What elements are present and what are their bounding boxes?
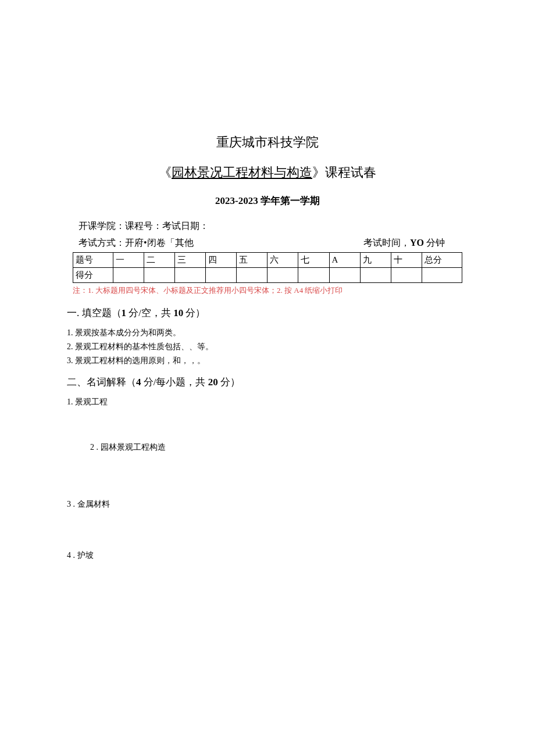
s2-suffix: 分） (218, 377, 240, 388)
col-2: 二 (144, 253, 175, 268)
score-10 (391, 268, 422, 283)
col-7: 七 (298, 253, 329, 268)
s2-q4: 4 . 护坡 (67, 550, 468, 561)
col-4: 四 (206, 253, 237, 268)
print-note: 注：1. 大标题用四号宋体、小标题及正文推荐用小四号宋体；2. 按 A4 纸缩小… (67, 285, 468, 296)
col-6: 六 (268, 253, 298, 268)
s1-q3: 3. 景观工程材料的选用原则，和，，。 (67, 356, 468, 366)
col-9: 九 (360, 253, 391, 268)
header-label: 题号 (73, 253, 113, 268)
table-row-score: 得分 (73, 268, 462, 283)
score-table: 题号 一 二 三 四 五 六 七 A 九 十 总分 得分 (73, 252, 462, 283)
s1-q2: 2. 景观工程材料的基本性质包括、、等。 (67, 342, 468, 352)
course-title: 《园林景况工程材料与构造》课程试春 (67, 164, 468, 181)
col-8: A (329, 253, 360, 268)
score-4 (206, 268, 237, 283)
exam-row: 考试方式：开府•闭卷「其他 考试时间，YO 分钟 (67, 237, 468, 249)
s2-b1: 4 (136, 377, 141, 388)
s2-q1: 1. 景观工程 (67, 397, 468, 407)
score-3 (175, 268, 206, 283)
s2-q3: 3 . 金属材料 (67, 499, 468, 510)
s1-q1: 1. 景观按基本成分分为和两类。 (67, 328, 468, 338)
exam-mode: 考试方式：开府•闭卷「其他 (79, 237, 363, 249)
score-5 (237, 268, 268, 283)
table-row-header: 题号 一 二 三 四 五 六 七 A 九 十 总分 (73, 253, 462, 268)
info-line: 开课学院：课程号：考试日期： (67, 220, 468, 232)
s1-mid: 分/空，共 (126, 307, 173, 318)
exam-time-value: YO (410, 238, 424, 248)
course-prefix: 《 (159, 165, 172, 180)
exam-time-suffix: 分钟 (424, 238, 445, 248)
s1-b2: 10 (173, 307, 183, 318)
col-1: 一 (113, 253, 144, 268)
institution-title: 重庆城市科技学院 (67, 134, 468, 151)
col-10: 十 (391, 253, 422, 268)
col-5: 五 (237, 253, 268, 268)
s1-suffix: 分） (183, 307, 205, 318)
score-6 (268, 268, 298, 283)
s2-mid: 分/每小题，共 (141, 377, 208, 388)
score-2 (144, 268, 175, 283)
score-label: 得分 (73, 268, 113, 283)
exam-time: 考试时间，YO 分钟 (363, 237, 468, 249)
s1-b1: 1 (122, 307, 127, 318)
s1-prefix: 一. 填空题（ (67, 307, 122, 318)
exam-time-prefix: 考试时间， (363, 238, 410, 248)
score-total (422, 268, 462, 283)
course-name: 园林景况工程材料与构造 (172, 165, 312, 180)
section-2-heading: 二、名词解释（4 分/每小题，共 20 分） (67, 375, 468, 389)
col-3: 三 (175, 253, 206, 268)
section-1-heading: 一. 填空题（1 分/空，共 10 分） (67, 306, 468, 320)
col-total: 总分 (422, 253, 462, 268)
term-title: 2023-2023 学年第一学期 (67, 194, 468, 207)
score-9 (360, 268, 391, 283)
course-suffix: 》课程试春 (312, 165, 376, 180)
score-1 (113, 268, 144, 283)
s2-prefix: 二、名词解释（ (67, 377, 136, 388)
score-8 (329, 268, 360, 283)
score-7 (298, 268, 329, 283)
section-1-questions: 1. 景观按基本成分分为和两类。 2. 景观工程材料的基本性质包括、、等。 3.… (67, 328, 468, 366)
s2-b2: 20 (208, 377, 218, 388)
s2-q2: 2 . 园林景观工程构造 (67, 442, 468, 453)
